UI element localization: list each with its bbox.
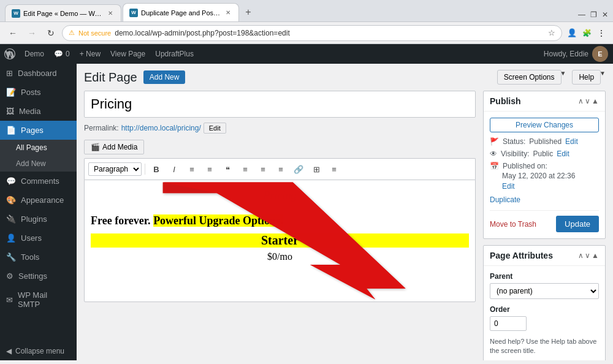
add-media-label: Add Media — [102, 143, 137, 151]
publish-collapse-up[interactable]: ∧ — [578, 97, 584, 105]
attr-collapse-up[interactable]: ∧ — [578, 251, 584, 260]
security-label: Not secure — [78, 29, 111, 37]
add-new-button[interactable]: Add New — [143, 70, 186, 84]
back-button[interactable]: ← — [5, 25, 21, 41]
toolbar-icons: 👤 🧩 ⋮ — [565, 26, 608, 40]
page-title-input[interactable] — [84, 91, 476, 118]
browser-tab-1[interactable]: W Edit Page « Demo — WordPress ✕ — [5, 4, 121, 21]
parent-select[interactable]: (no parent) — [490, 283, 599, 299]
bold-button[interactable]: B — [148, 161, 164, 177]
comments-count: 0 — [66, 50, 70, 58]
tab-2-close[interactable]: ✕ — [224, 9, 232, 17]
sidebar-item-dashboard[interactable]: ⊞ Dashboard — [0, 64, 77, 83]
table-button[interactable]: ⊞ — [308, 161, 324, 177]
admin-bar-updraft[interactable]: UpdraftPlus — [150, 44, 199, 64]
media-label: Media — [19, 107, 40, 116]
italic-button[interactable]: I — [166, 161, 182, 177]
comments-icon: 💬 — [54, 50, 63, 58]
sidebar-item-wpmail[interactable]: ✉ WP Mail SMTP — [0, 286, 77, 314]
maximize-icon[interactable]: ❐ — [590, 10, 597, 19]
extensions-icon[interactable]: 🧩 — [580, 26, 593, 40]
align-center-button[interactable]: ≡ — [255, 161, 271, 177]
publish-toggle[interactable]: ▲ — [592, 97, 599, 105]
sidebar-item-users[interactable]: 👤 Users — [0, 229, 77, 248]
minimize-icon[interactable]: — — [578, 10, 585, 19]
sidebar-item-posts[interactable]: 📝 Posts — [0, 83, 77, 102]
sidebar-item-media[interactable]: 🖼 Media — [0, 102, 77, 121]
menu-icon[interactable]: ⋮ — [595, 26, 608, 40]
page-attributes-content: Parent (no parent) Order Need help? Use … — [484, 266, 605, 360]
reload-button[interactable]: ↻ — [43, 25, 59, 41]
tab-1-close[interactable]: ✕ — [106, 9, 115, 18]
sidebar-item-comments[interactable]: 💬 Comments — [0, 172, 77, 191]
all-pages-link[interactable]: All Pages — [0, 140, 77, 156]
tools-label: Tools — [21, 252, 39, 262]
collapse-menu-button[interactable]: ◀ Collapse menu — [0, 342, 77, 360]
ol-button[interactable]: ≡ — [202, 161, 218, 177]
wpmail-label: WP Mail SMTP — [18, 290, 70, 309]
publish-header-toggles: ∧ ∨ ▲ — [578, 97, 599, 105]
admin-bar-new[interactable]: + New — [75, 44, 105, 64]
ul-button[interactable]: ≡ — [184, 161, 200, 177]
screen-options-button[interactable]: Screen Options — [497, 70, 562, 85]
new-tab-button[interactable]: + — [240, 4, 256, 20]
wp-sidebar: ⊞ Dashboard 📝 Posts 🖼 Media 📄 Pages All … — [0, 64, 77, 360]
publish-box-content: Preview Changes 🚩 Status: Published Edit… — [484, 112, 605, 238]
add-media-button[interactable]: 🎬 Add Media — [84, 140, 144, 154]
help-arrow: ▼ — [600, 70, 606, 85]
profile-icon[interactable]: 👤 — [565, 26, 579, 40]
order-input[interactable] — [490, 316, 527, 331]
sidebar-item-plugins[interactable]: 🔌 Plugins — [0, 210, 77, 229]
tab-2-label: Duplicate Page and Post – WordP... — [141, 9, 221, 17]
sidebar-item-tools[interactable]: 🔧 Tools — [0, 248, 77, 267]
help-button[interactable]: Help — [572, 70, 601, 85]
status-row: 🚩 Status: Published Edit — [490, 137, 599, 146]
address-bar[interactable]: ⚠ Not secure demo.local/wp-admin/post.ph… — [62, 25, 562, 41]
site-name-label: Demo — [25, 50, 44, 58]
page-title: Edit Page — [84, 70, 137, 85]
align-right-button[interactable]: ≡ — [273, 161, 289, 177]
attr-toggle[interactable]: ▲ — [592, 251, 599, 260]
edit-right-sidebar: Publish ∧ ∨ ▲ Preview Changes 🚩 Status: … — [483, 91, 606, 360]
permalink-row: Permalink: http://demo.local/pricing/ Ed… — [84, 123, 476, 134]
preview-changes-button[interactable]: Preview Changes — [490, 118, 599, 132]
sidebar-item-appearance[interactable]: 🎨 Appearance — [0, 191, 77, 210]
plugins-label: Plugins — [21, 214, 47, 224]
add-new-link[interactable]: Add New — [0, 156, 77, 172]
header-actions: Screen Options ▼ Help ▼ — [497, 70, 606, 85]
permalink-link[interactable]: http://demo.local/pricing/ — [121, 124, 201, 132]
sidebar-item-pages[interactable]: 📄 Pages All Pages Add New — [0, 121, 77, 172]
move-to-trash-link[interactable]: Move to Trash — [490, 220, 536, 229]
published-edit-row: Edit — [502, 181, 599, 191]
star-icon[interactable]: ☆ — [548, 28, 555, 37]
close-icon[interactable]: ✕ — [602, 10, 608, 19]
link-button[interactable]: 🔗 — [291, 161, 306, 177]
appearance-label: Appearance — [21, 195, 64, 205]
wp-logo-icon[interactable] — [0, 44, 20, 64]
visibility-edit-link[interactable]: Edit — [557, 150, 569, 158]
format-select[interactable]: Paragraph — [88, 162, 142, 176]
duplicate-link[interactable]: Duplicate — [490, 195, 599, 204]
attr-collapse-down[interactable]: ∨ — [585, 251, 590, 260]
published-row: 📅 Published on: — [490, 162, 599, 170]
sidebar-item-settings[interactable]: ⚙ Settings — [0, 267, 77, 286]
admin-bar-comments[interactable]: 💬 0 — [49, 44, 75, 64]
permalink-edit-button[interactable]: Edit — [204, 123, 226, 134]
calendar-icon: 📅 — [490, 162, 499, 170]
admin-bar-demo[interactable]: Demo — [20, 44, 49, 64]
align-left-button[interactable]: ≡ — [237, 161, 253, 177]
admin-bar-viewpage[interactable]: View Page — [105, 44, 150, 64]
browser-tab-2[interactable]: W Duplicate Page and Post – WordP... ✕ — [123, 3, 239, 21]
more-button[interactable]: ≡ — [326, 161, 342, 177]
update-button[interactable]: Update — [556, 216, 599, 232]
blockquote-button[interactable]: ❝ — [219, 161, 235, 177]
collapse-label: Collapse menu — [15, 347, 64, 355]
editor-content[interactable]: Pricing Free forever. Powerful Upgrade O… — [84, 180, 476, 302]
view-page-label: View Page — [110, 50, 145, 58]
avatar[interactable]: E — [592, 46, 608, 62]
published-edit-link[interactable]: Edit — [502, 182, 515, 191]
publish-collapse-down[interactable]: ∨ — [585, 97, 590, 105]
forward-button[interactable]: → — [24, 25, 40, 41]
status-edit-link[interactable]: Edit — [565, 137, 578, 146]
browser-chrome: W Edit Page « Demo — WordPress ✕ W Dupli… — [0, 0, 613, 22]
